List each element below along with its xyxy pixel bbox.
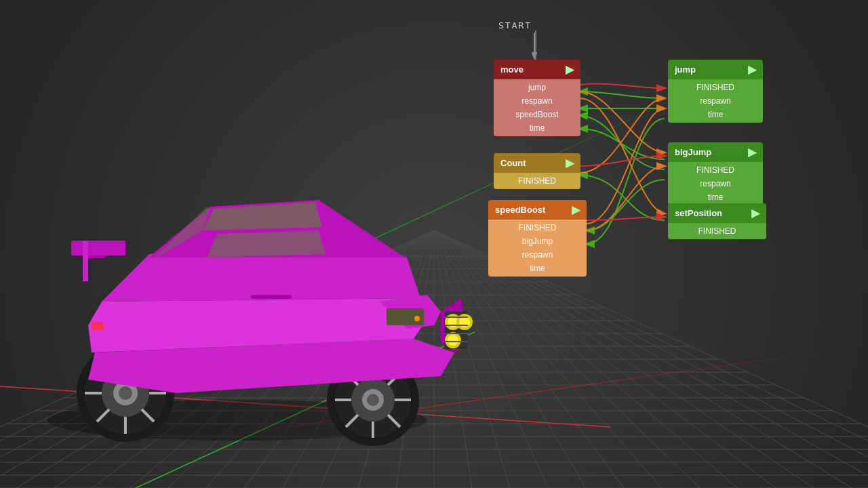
node-move-row-jump: jump bbox=[494, 81, 580, 94]
node-speedboost-row-time: time bbox=[488, 262, 587, 275]
node-speedboost-row-bigjump: bigJump bbox=[488, 235, 587, 248]
node-bigjump-row-finished: FINISHED bbox=[668, 163, 763, 177]
svg-rect-52 bbox=[251, 295, 292, 299]
node-bigjump-label: bigJump bbox=[675, 147, 711, 157]
node-setposition-body: FINISHED bbox=[668, 223, 766, 239]
node-count-port: ▶ bbox=[566, 157, 574, 169]
node-jump-port: ▶ bbox=[748, 63, 756, 76]
node-jump-body: FINISHED respawn time bbox=[668, 79, 763, 123]
svg-point-26 bbox=[367, 394, 379, 406]
3d-viewport[interactable]: START move ▶ jump respawn speedBoost tim… bbox=[0, 0, 868, 488]
node-bigjump-row-time: time bbox=[668, 190, 763, 204]
node-count-body: FINISHED bbox=[494, 173, 580, 189]
node-count-label: Count bbox=[500, 158, 526, 168]
svg-point-43 bbox=[448, 335, 458, 346]
node-speedboost-header: speedBoost ▶ bbox=[488, 200, 587, 220]
node-speedboost-body: FINISHED bigJump respawn time bbox=[488, 220, 587, 277]
node-jump[interactable]: jump ▶ FINISHED respawn time bbox=[668, 60, 763, 123]
node-bigjump-row-respawn: respawn bbox=[668, 177, 763, 190]
node-jump-row-respawn: respawn bbox=[668, 94, 763, 108]
node-jump-row-time: time bbox=[668, 108, 763, 121]
svg-rect-50 bbox=[83, 241, 88, 281]
svg-point-13 bbox=[119, 386, 132, 400]
svg-marker-32 bbox=[207, 230, 326, 258]
node-speedboost-port: ▶ bbox=[572, 203, 580, 216]
svg-rect-49 bbox=[71, 241, 125, 256]
node-speedboost-row-finished: FINISHED bbox=[488, 221, 587, 235]
car-model bbox=[20, 108, 481, 461]
node-graph: START move ▶ jump respawn speedBoost tim… bbox=[454, 20, 848, 285]
node-setposition[interactable]: setPosition ▶ FINISHED bbox=[668, 203, 766, 239]
node-move-row-respawn: respawn bbox=[494, 94, 580, 108]
node-move-row-time: time bbox=[494, 121, 580, 135]
node-speedboost-row-respawn: respawn bbox=[488, 248, 587, 262]
svg-point-53 bbox=[414, 316, 420, 321]
node-move-label: move bbox=[500, 64, 524, 75]
node-setposition-label: setPosition bbox=[675, 208, 722, 218]
node-move-body: jump respawn speedBoost time bbox=[494, 79, 580, 136]
node-jump-row-finished: FINISHED bbox=[668, 81, 763, 94]
node-setposition-header: setPosition ▶ bbox=[668, 203, 766, 223]
node-speedboost[interactable]: speedBoost ▶ FINISHED bigJump respawn ti… bbox=[488, 200, 587, 277]
node-bigjump-header: bigJump ▶ bbox=[668, 142, 763, 162]
start-label: START bbox=[498, 20, 532, 30]
node-count[interactable]: Count ▶ FINISHED bbox=[494, 153, 580, 189]
node-count-row-finished: FINISHED bbox=[494, 174, 580, 188]
node-move[interactable]: move ▶ jump respawn speedBoost time bbox=[494, 60, 580, 136]
svg-rect-51 bbox=[92, 322, 104, 330]
node-jump-label: jump bbox=[675, 64, 696, 75]
node-speedboost-label: speedBoost bbox=[495, 205, 545, 215]
svg-marker-29 bbox=[102, 254, 420, 302]
node-setposition-port: ▶ bbox=[751, 207, 760, 220]
node-jump-header: jump ▶ bbox=[668, 60, 763, 79]
node-setposition-row-finished: FINISHED bbox=[668, 224, 766, 238]
node-count-header: Count ▶ bbox=[494, 153, 580, 173]
node-bigjump[interactable]: bigJump ▶ FINISHED respawn time bbox=[668, 142, 763, 205]
node-move-header: move ▶ bbox=[494, 60, 580, 79]
node-bigjump-body: FINISHED respawn time bbox=[668, 162, 763, 205]
node-bigjump-port: ▶ bbox=[748, 146, 756, 159]
node-move-row-speedboost: speedBoost bbox=[494, 108, 580, 121]
node-move-port: ▶ bbox=[566, 63, 574, 76]
